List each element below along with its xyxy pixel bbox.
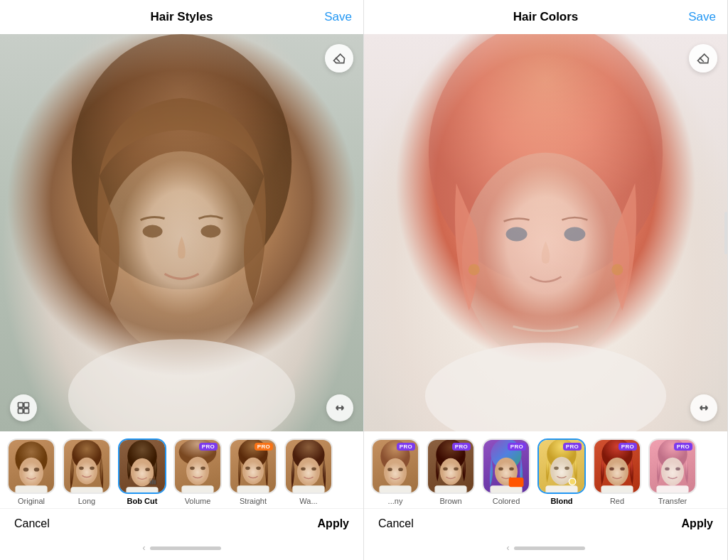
style-item-straight[interactable]: PRO Straight [228,438,279,505]
color-label-transfer: Transfer [658,497,687,505]
color-item-red[interactable]: PRO Red [592,438,643,505]
style-item-wavy[interactable]: Wa... [283,438,334,505]
svg-point-69 [564,466,569,470]
svg-point-36 [256,466,261,470]
svg-point-56 [440,458,461,485]
svg-point-52 [387,468,392,471]
svg-point-48 [469,264,480,275]
left-bottom-indicator: ‹ [0,539,363,560]
svg-point-79 [665,467,670,470]
svg-rect-70 [545,485,577,492]
style-label-original: Original [18,497,45,505]
right-photo-area [364,34,727,431]
left-bottom-bar: Cancel Apply [0,508,363,539]
svg-point-68 [554,466,559,470]
swap-icon [16,401,31,415]
color-label-blond: Blond [550,497,572,505]
right-bottom-indicator: ‹ [364,539,727,560]
svg-point-2 [143,225,163,238]
eraser-button[interactable] [325,44,353,72]
pro-badge-colored: PRO [508,443,526,451]
style-item-original[interactable]: Original [6,438,57,505]
left-cancel-button[interactable]: Cancel [14,517,50,530]
svg-rect-81 [656,485,688,492]
thumb-face-original [9,440,54,492]
svg-point-35 [245,466,250,470]
svg-point-21 [134,468,139,471]
svg-rect-65 [509,478,524,487]
right-indicator-bar [514,546,585,550]
style-thumb-wavy [284,438,333,494]
color-item-blond[interactable]: PRO Blond [536,438,587,505]
style-thumb-volume: PRO [173,438,222,494]
svg-point-51 [384,458,407,487]
hair-colors-panel: Hair Colors Save [364,0,728,560]
style-item-long[interactable]: Long [61,438,112,505]
style-thumb-straight: PRO [229,438,277,494]
color-item-colored[interactable]: PRO Colored [481,438,532,505]
svg-rect-25 [150,481,151,485]
pro-badge-blond: PRO [563,443,582,451]
right-save-button[interactable]: Save [688,10,716,24]
style-label-bob-cut: Bob Cut [127,497,158,505]
svg-rect-7 [18,409,23,414]
eraser-icon [332,51,346,65]
color-label-red: Red [610,497,624,505]
style-thumb-bob-cut [118,438,166,494]
style-selector: Original [0,431,363,508]
right-cancel-button[interactable]: Cancel [378,517,414,530]
left-apply-button[interactable]: Apply [318,517,349,530]
svg-point-74 [609,467,614,470]
right-photo [364,34,727,431]
svg-point-31 [200,466,205,470]
svg-point-16 [79,466,84,470]
color-item-brown[interactable]: PRO Brown [425,438,476,505]
svg-point-73 [606,458,628,486]
right-bottom-bar: Cancel Apply [364,508,727,539]
svg-point-15 [76,458,97,485]
svg-rect-23 [126,487,158,492]
style-label-long: Long [78,497,95,505]
color-thumb-colored: PRO [482,438,530,494]
left-save-button[interactable]: Save [324,10,352,24]
svg-rect-27 [154,480,156,485]
pro-badge-volume: PRO [199,443,218,451]
left-header: Hair Styles Save [0,0,363,34]
svg-point-40 [301,467,306,470]
style-item-bob-cut[interactable]: Bob Cut [117,438,168,505]
color-thumb-red: PRO [593,438,641,494]
svg-rect-54 [379,485,411,492]
expand-button[interactable] [326,394,353,421]
right-expand-button[interactable] [690,394,717,421]
right-title: Hair Colors [513,10,579,24]
pro-badge-transfer: PRO [674,443,692,451]
svg-point-80 [675,467,680,470]
left-face-overlay [0,34,363,431]
svg-rect-13 [15,485,47,492]
style-label-straight: Straight [240,497,267,505]
svg-point-53 [398,468,403,471]
color-item-transfer[interactable]: PRO Transfer [647,438,698,505]
expand-icon [333,402,346,414]
style-label-volume: Volume [185,497,211,505]
svg-point-47 [425,343,666,431]
right-eraser-icon [696,51,710,65]
hair-styles-panel: Hair Styles Save [0,0,364,560]
left-photo [0,34,363,431]
right-eraser-button[interactable] [689,44,717,72]
svg-rect-18 [70,487,102,492]
right-apply-button[interactable]: Apply [682,517,713,530]
svg-rect-37 [237,485,269,492]
svg-rect-76 [601,485,633,492]
svg-point-75 [620,467,625,470]
svg-point-63 [509,467,514,470]
color-item-any[interactable]: PRO ...ny [370,438,421,505]
svg-point-78 [661,458,684,486]
color-selector: PRO ...ny [364,431,727,508]
style-item-volume[interactable]: PRO Volume [172,438,223,505]
left-indicator-bar [150,546,221,550]
thumb-face-bob-cut [119,440,165,492]
svg-point-17 [90,466,95,470]
thumb-svg-long [64,440,109,492]
swap-button[interactable] [10,394,37,421]
